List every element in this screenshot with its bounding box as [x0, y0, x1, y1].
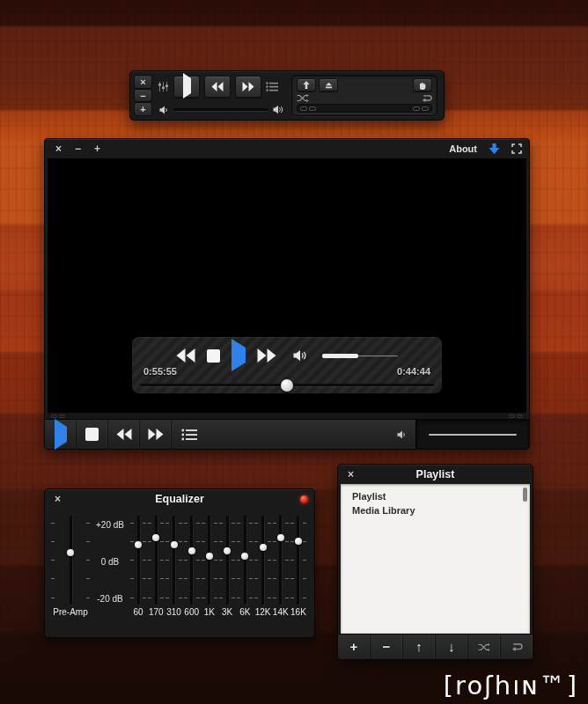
forward-button[interactable] [235, 76, 261, 98]
eq-slider[interactable] [254, 516, 271, 605]
overlay-seek-bar[interactable] [140, 384, 434, 386]
eq-slider[interactable] [147, 516, 165, 605]
eq-handle[interactable] [135, 541, 142, 548]
eq-band: 16K [290, 516, 307, 620]
playlist-item[interactable]: Media Library [352, 503, 530, 517]
record-led-icon[interactable] [300, 495, 308, 503]
close-button[interactable]: × [52, 143, 65, 154]
forward-icon[interactable] [257, 348, 276, 363]
elapsed-time: 0:55:55 [143, 366, 177, 377]
up-arrow-icon [303, 81, 310, 89]
equalizer-window: × Equalizer Pre-Amp+20 dB0 dB-20 dB60170… [44, 488, 315, 638]
video-area[interactable]: 0:55:55 0:44:44 [48, 158, 526, 413]
eq-scale: +20 dB0 dB-20 dB [91, 517, 129, 605]
eq-band-label: 12K [255, 605, 271, 620]
eq-band-label: 16K [290, 605, 306, 620]
eq-band-label: 600 [184, 605, 199, 620]
eq-slider[interactable] [236, 516, 254, 605]
play-button[interactable] [45, 420, 77, 449]
equalizer-titlebar[interactable]: × Equalizer [45, 489, 314, 509]
forward-button[interactable] [140, 420, 172, 449]
playlist-icon[interactable] [266, 82, 279, 92]
move-down-button[interactable]: ↓ [436, 634, 468, 659]
eq-handle[interactable] [67, 549, 74, 556]
about-link[interactable]: About [449, 143, 477, 154]
stop-icon [85, 428, 99, 441]
download-arrow-icon[interactable] [489, 143, 500, 154]
playlist-titlebar[interactable]: × Playlist [338, 465, 533, 484]
play-icon[interactable] [232, 348, 246, 363]
minimize-button[interactable]: − [134, 89, 152, 103]
stop-button[interactable] [77, 420, 108, 449]
eq-slider[interactable] [50, 516, 91, 605]
eq-handle[interactable] [241, 553, 248, 560]
eq-slider[interactable] [290, 516, 307, 605]
eq-slider[interactable] [165, 516, 182, 605]
add-button[interactable]: + [338, 634, 371, 659]
playlist-button[interactable] [172, 420, 207, 449]
eq-band: 1K [201, 516, 218, 620]
eq-handle[interactable] [277, 534, 284, 541]
seek-left-handle[interactable] [300, 106, 316, 111]
repeat-button[interactable] [501, 634, 533, 659]
close-button[interactable]: × [51, 494, 64, 504]
main-volume-slider[interactable] [415, 420, 529, 449]
scrollbar-thumb[interactable] [523, 488, 527, 502]
eq-band: 600 [183, 516, 201, 620]
eq-handle[interactable] [152, 534, 159, 541]
eq-slider[interactable] [218, 516, 236, 605]
playlist-item[interactable]: Playlist [352, 489, 530, 503]
eq-handle[interactable] [171, 541, 178, 548]
stop-icon[interactable] [207, 349, 220, 363]
mini-window-buttons: × − + [134, 75, 152, 116]
volume-icon[interactable] [293, 349, 307, 362]
rewind-icon[interactable] [176, 348, 195, 363]
grab-button[interactable] [413, 78, 432, 92]
fullscreen-icon[interactable] [511, 143, 522, 154]
down-arrow-icon: ↓ [448, 641, 455, 653]
up-arrow-button[interactable] [297, 78, 316, 92]
rewind-button[interactable] [108, 420, 140, 449]
remove-button[interactable]: − [371, 634, 403, 659]
maximize-button[interactable]: + [91, 143, 104, 154]
overlay-volume-slider[interactable] [322, 354, 398, 358]
playlist-window: × Playlist PlaylistMedia Library + − ↑ ↓ [337, 464, 533, 660]
eq-handle[interactable] [260, 544, 267, 551]
maximize-button[interactable]: + [134, 102, 152, 116]
volume-high-icon[interactable] [273, 105, 284, 114]
rewind-button[interactable] [204, 76, 231, 98]
rewind-icon [116, 429, 132, 440]
main-titlebar[interactable]: × − + About [45, 139, 529, 158]
playlist-list[interactable]: PlaylistMedia Library [341, 484, 530, 634]
mini-seek-bar[interactable] [297, 104, 432, 113]
minimize-button[interactable]: − [71, 143, 85, 154]
eq-handle[interactable] [224, 547, 231, 554]
eject-button[interactable] [319, 78, 338, 92]
seek-right-handle[interactable] [413, 106, 429, 111]
play-button[interactable] [173, 76, 200, 98]
mini-volume-slider[interactable] [173, 108, 268, 111]
seek-right-handle[interactable] [509, 414, 523, 418]
eq-band-label: 14K [273, 605, 289, 620]
eq-handle[interactable] [206, 553, 213, 560]
repeat-icon [511, 642, 523, 651]
eq-slider[interactable] [129, 516, 147, 605]
close-button[interactable]: × [344, 469, 357, 480]
move-up-button[interactable]: ↑ [403, 634, 436, 659]
volume-icon[interactable] [397, 430, 407, 439]
eq-handle[interactable] [295, 538, 302, 545]
mixer-icon[interactable] [158, 81, 169, 92]
seek-left-handle[interactable] [51, 414, 65, 418]
overlay-seek-handle[interactable] [281, 379, 293, 392]
eq-handle[interactable] [188, 547, 195, 554]
eq-band-label: 170 [149, 605, 164, 620]
volume-low-icon[interactable] [159, 106, 169, 114]
shuffle-button[interactable] [468, 634, 501, 659]
minus-icon: − [383, 641, 391, 653]
eq-slider[interactable] [272, 516, 290, 605]
eq-slider[interactable] [201, 516, 218, 605]
shuffle-icon[interactable] [297, 94, 309, 102]
eq-slider[interactable] [183, 516, 201, 605]
repeat-icon[interactable] [421, 94, 432, 102]
close-button[interactable]: × [134, 75, 152, 89]
